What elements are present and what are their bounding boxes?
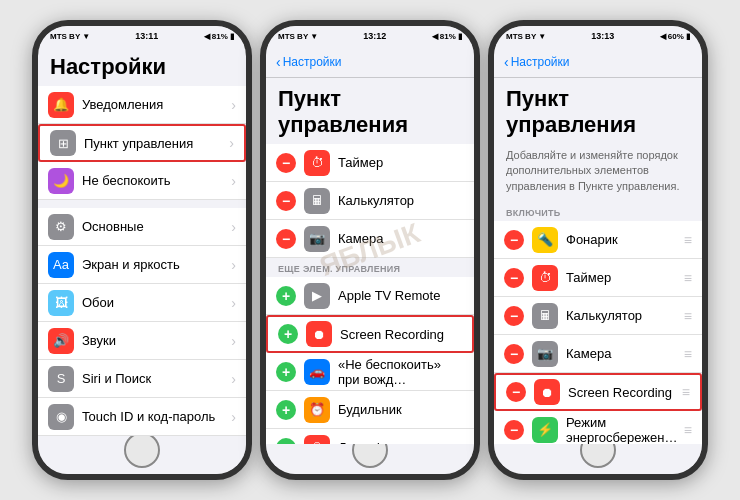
list-item[interactable]: SSiri и Поиск›: [38, 360, 246, 398]
status-battery: ◀ 81% ▮: [432, 32, 462, 41]
home-button[interactable]: [124, 432, 160, 468]
add-button[interactable]: +: [278, 324, 298, 344]
item-label: Siri и Поиск: [82, 371, 231, 386]
item-icon: 🔊: [48, 328, 74, 354]
list-item[interactable]: +🚗«Не беспокоить» при вожд…: [266, 353, 474, 391]
status-time: 13:13: [591, 31, 614, 41]
list-item[interactable]: +▶Apple TV Remote: [266, 277, 474, 315]
list-item[interactable]: 🔔Уведомления›: [38, 86, 246, 124]
item-label: Калькулятор: [338, 193, 464, 208]
remove-button[interactable]: −: [504, 268, 524, 288]
status-bar: MTS BY ▼ 13:11 ◀ 81% ▮: [38, 26, 246, 46]
remove-button[interactable]: −: [504, 420, 524, 440]
remove-button[interactable]: −: [504, 230, 524, 250]
item-label: Будильник: [338, 402, 464, 417]
item-icon: 🎙: [304, 435, 330, 445]
list-item[interactable]: −⏱Таймер: [266, 144, 474, 182]
chevron-icon: ›: [231, 409, 236, 425]
remove-button[interactable]: −: [276, 191, 296, 211]
back-button[interactable]: ‹ Настройки: [276, 54, 342, 70]
item-icon: ⚙: [48, 214, 74, 240]
item-icon: 🖩: [532, 303, 558, 329]
item-icon: 📷: [532, 341, 558, 367]
drag-handle-icon[interactable]: ≡: [684, 308, 692, 324]
item-label: Фонарик: [566, 232, 680, 247]
item-label: «Не беспокоить» при вожд…: [338, 357, 464, 387]
section-header: ВКЛЮЧИТЬ: [494, 202, 702, 221]
status-bar: MTS BY ▼ 13:13 ◀ 60% ▮: [494, 26, 702, 46]
list-item[interactable]: ◉Touch ID и код-пароль›: [38, 398, 246, 436]
list-item[interactable]: +⏰Будильник: [266, 391, 474, 429]
list-item[interactable]: −🖩Калькулятор≡: [494, 297, 702, 335]
list-item[interactable]: +🎙Диктофон: [266, 429, 474, 444]
item-label: Калькулятор: [566, 308, 680, 323]
status-carrier: MTS BY ▼: [506, 32, 546, 41]
screen-title: Настройки: [38, 46, 246, 86]
drag-handle-icon[interactable]: ≡: [684, 270, 692, 286]
item-icon: S: [48, 366, 74, 392]
chevron-icon: ›: [231, 295, 236, 311]
item-icon: ◉: [48, 404, 74, 430]
item-icon: 🔦: [532, 227, 558, 253]
screen-subtitle: Добавляйте и изменяйте порядок дополните…: [494, 144, 702, 202]
list-item[interactable]: АаЭкран и яркость›: [38, 246, 246, 284]
drag-handle-icon[interactable]: ≡: [684, 422, 692, 438]
list-item[interactable]: ⊞Пункт управления›: [38, 124, 246, 162]
add-button[interactable]: +: [276, 438, 296, 445]
screen-title: Пункт управления: [266, 78, 474, 144]
item-label: Звуки: [82, 333, 231, 348]
remove-button[interactable]: −: [276, 153, 296, 173]
list-item[interactable]: 🖼Обои›: [38, 284, 246, 322]
status-bar: MTS BY ▼ 13:12 ◀ 81% ▮: [266, 26, 474, 46]
list-item[interactable]: −⏺Screen Recording≡: [494, 373, 702, 411]
settings-list: 🔔Уведомления›⊞Пункт управления›🌙Не беспо…: [38, 86, 246, 444]
drag-handle-icon[interactable]: ≡: [682, 384, 690, 400]
list-item[interactable]: ⚙Основные›: [38, 208, 246, 246]
status-time: 13:12: [363, 31, 386, 41]
list-item[interactable]: −🖩Калькулятор: [266, 182, 474, 220]
item-label: Камера: [338, 231, 464, 246]
add-button[interactable]: +: [276, 286, 296, 306]
status-battery: ◀ 60% ▮: [660, 32, 690, 41]
item-label: Screen Recording: [568, 385, 678, 400]
item-icon: 📷: [304, 226, 330, 252]
phone-2: ЯБЛЫК MTS BY ▼ 13:12 ◀ 81% ▮ ‹ Настройки…: [260, 20, 480, 480]
item-icon: Аа: [48, 252, 74, 278]
item-icon: 🌙: [48, 168, 74, 194]
back-button[interactable]: ‹ Настройки: [504, 54, 570, 70]
item-label: Не беспокоить: [82, 173, 231, 188]
status-carrier: MTS BY ▼: [278, 32, 318, 41]
remove-button[interactable]: −: [504, 306, 524, 326]
list-item[interactable]: −⚡Режим энергосбережен…≡: [494, 411, 702, 444]
item-label: Screen Recording: [340, 327, 462, 342]
list-item[interactable]: −⏱Таймер≡: [494, 259, 702, 297]
remove-button[interactable]: −: [504, 344, 524, 364]
list-item[interactable]: 🔊Звуки›: [38, 322, 246, 360]
add-button[interactable]: +: [276, 362, 296, 382]
list-item[interactable]: 🌙Не беспокоить›: [38, 162, 246, 200]
drag-handle-icon[interactable]: ≡: [684, 346, 692, 362]
item-icon: ▶: [304, 283, 330, 309]
remove-button[interactable]: −: [506, 382, 526, 402]
chevron-icon: ›: [231, 257, 236, 273]
item-icon: ⏱: [532, 265, 558, 291]
home-area: [38, 444, 246, 474]
settings-list: −🔦Фонарик≡−⏱Таймер≡−🖩Калькулятор≡−📷Камер…: [494, 221, 702, 444]
remove-button[interactable]: −: [276, 229, 296, 249]
home-area: [266, 444, 474, 474]
add-button[interactable]: +: [276, 400, 296, 420]
drag-handle-icon[interactable]: ≡: [684, 232, 692, 248]
list-item[interactable]: −📷Камера: [266, 220, 474, 258]
chevron-icon: ›: [229, 135, 234, 151]
list-item[interactable]: +⏺Screen Recording: [266, 315, 474, 353]
section-header-inline: ЕЩЕ ЭЛЕМ. УПРАВЛЕНИЯ: [266, 258, 474, 277]
list-item[interactable]: −📷Камера≡: [494, 335, 702, 373]
list-item[interactable]: −🔦Фонарик≡: [494, 221, 702, 259]
phones-container: MTS BY ▼ 13:11 ◀ 81% ▮ Настройки🔔Уведомл…: [22, 10, 718, 490]
item-label: Основные: [82, 219, 231, 234]
item-label: Обои: [82, 295, 231, 310]
item-icon: 🖩: [304, 188, 330, 214]
item-icon: ⏺: [534, 379, 560, 405]
item-label: Пункт управления: [84, 136, 229, 151]
chevron-icon: ›: [231, 371, 236, 387]
